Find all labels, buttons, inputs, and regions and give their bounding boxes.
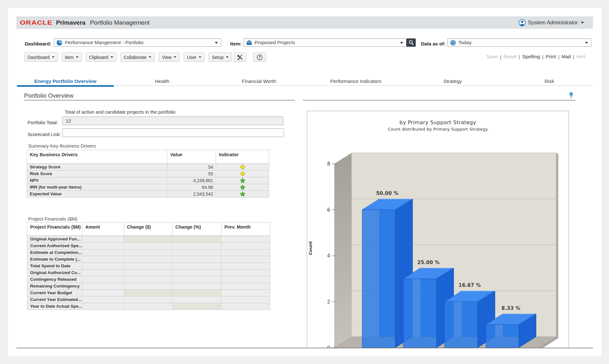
financial-prev-month-cell[interactable] [221,263,270,270]
financial-row-label[interactable]: Current Authorized Spe... [27,243,82,249]
tab[interactable]: Energy Portfolio Overview [17,78,114,86]
menu-button[interactable]: View [159,53,179,62]
dashboard-selector[interactable]: Performance Mangement - Portfolio [54,38,221,47]
menu-button[interactable]: Dashboard [24,53,58,62]
financial-change-dollar-cell[interactable] [124,290,172,296]
financial-change-pct-cell[interactable] [172,263,221,270]
financial-amont-cell[interactable] [82,283,124,290]
quick-link[interactable]: Hint [576,54,585,60]
financial-row-label[interactable]: Current Year Budget [27,290,82,296]
financial-amont-cell[interactable] [82,276,124,283]
driver-value-cell[interactable]: 2,543,542 [167,191,216,198]
driver-indicator-cell[interactable] [216,177,269,184]
driver-name-cell[interactable]: NPV [27,177,167,184]
financial-change-dollar-cell[interactable] [124,243,172,249]
financial-amont-cell[interactable] [82,296,124,303]
financial-change-pct-cell[interactable] [172,283,221,290]
financial-change-dollar-cell[interactable] [124,249,172,256]
summary-header-indicator[interactable]: Indicator [216,150,269,164]
financial-prev-month-cell[interactable] [221,270,270,276]
tab[interactable]: Strategy [404,78,501,86]
tab[interactable]: Performance Indicators [307,78,404,86]
financial-prev-month-cell[interactable] [221,303,270,310]
quick-link[interactable]: Print [546,54,556,60]
financial-change-dollar-cell[interactable] [124,270,172,276]
financial-change-dollar-cell[interactable] [124,276,172,283]
financial-change-pct-cell[interactable] [172,249,221,256]
financial-row-label[interactable]: Total Spend to Date [27,263,82,270]
portfolio-total-field[interactable]: 12 [62,117,283,125]
financial-amont-cell[interactable] [82,249,124,256]
financial-header-change-dollar[interactable]: Change ($) [124,222,172,236]
toolbar-icon-button[interactable]: ? [253,53,266,62]
financial-amont-cell[interactable] [82,256,124,263]
driver-value-cell[interactable]: 4,249,861 [167,177,216,184]
menu-button[interactable]: Clipboard [86,53,116,62]
quick-link[interactable]: Spelling [522,54,540,60]
financial-change-pct-cell[interactable] [172,243,221,249]
financial-row-label[interactable]: Estimate to Complete (... [27,256,82,263]
tab[interactable]: Financial Worth [211,78,307,86]
driver-value-cell[interactable]: 54 [167,164,216,171]
financial-change-pct-cell[interactable] [172,256,221,263]
financial-amont-cell[interactable] [82,270,124,276]
financial-amont-cell[interactable] [82,290,124,296]
financial-row-label[interactable]: Current Year Estimated... [27,296,82,303]
user-menu[interactable]: System Administrator [519,16,584,29]
financial-prev-month-cell[interactable] [221,276,270,283]
tab[interactable]: Health [114,78,211,86]
quick-link[interactable]: Mail [562,54,571,60]
financial-change-dollar-cell[interactable] [124,303,172,310]
driver-indicator-cell[interactable] [216,191,269,198]
financial-change-pct-cell[interactable] [172,236,221,243]
driver-indicator-cell[interactable] [216,171,269,177]
financial-row-label[interactable]: Original Authorized Co... [27,270,82,276]
financial-header-name[interactable]: Project Financials ($M) [27,222,82,236]
financial-change-pct-cell[interactable] [172,270,221,276]
financial-prev-month-cell[interactable] [221,243,270,249]
toolbar-icon-button[interactable] [234,53,246,62]
financial-row-label[interactable]: Contingency Released [27,276,82,283]
quick-link[interactable]: Reset [504,54,517,60]
financial-amont-cell[interactable] [82,263,124,270]
financial-change-pct-cell[interactable] [172,290,221,296]
driver-indicator-cell[interactable] [216,164,269,171]
scorecard-link-field[interactable] [62,128,284,137]
item-search-button[interactable] [406,38,416,47]
financial-prev-month-cell[interactable] [221,249,270,256]
financial-prev-month-cell[interactable] [221,236,270,243]
driver-name-cell[interactable]: IRR (for multi-year items) [27,184,167,191]
driver-name-cell[interactable]: Risk Score [27,171,167,177]
financial-change-pct-cell[interactable] [172,303,221,310]
financial-row-label[interactable]: Year to Date Actual Spe... [27,303,82,310]
driver-name-cell[interactable]: Strategy Score [27,164,167,171]
financial-row-label[interactable]: Original Approved Fun... [27,236,82,243]
financial-row-label[interactable]: Remaining Contingency [27,283,82,290]
driver-name-cell[interactable]: Expected Value [27,191,167,198]
driver-value-cell[interactable]: 55 [167,171,216,177]
bulb-icon[interactable] [569,92,573,99]
financial-change-dollar-cell[interactable] [124,263,172,270]
financial-prev-month-cell[interactable] [221,283,270,290]
financial-header-prev-month[interactable]: Prev. Month [221,222,270,236]
menu-button[interactable]: Collaborate [121,53,155,62]
financial-prev-month-cell[interactable] [221,290,270,296]
tab[interactable]: Risk [501,78,598,86]
financial-change-pct-cell[interactable] [172,276,221,283]
driver-value-cell[interactable]: 64.86 [167,184,216,191]
financial-amont-cell[interactable] [82,303,124,310]
data-as-of-selector[interactable]: Today [447,38,591,47]
financial-change-dollar-cell[interactable] [124,296,172,303]
menu-button[interactable]: Setup [209,53,232,62]
financial-amont-cell[interactable] [82,236,124,243]
driver-indicator-cell[interactable] [216,184,269,191]
financial-header-amont[interactable]: Amont [82,222,124,236]
financial-change-dollar-cell[interactable] [124,256,172,263]
quick-link[interactable]: Save [487,54,498,60]
item-selector[interactable]: Proposed Projects [244,38,406,47]
menu-button[interactable]: Item [62,53,82,62]
financial-amont-cell[interactable] [82,243,124,249]
financial-change-pct-cell[interactable] [172,296,221,303]
financial-prev-month-cell[interactable] [221,256,270,263]
financial-change-dollar-cell[interactable] [124,283,172,290]
